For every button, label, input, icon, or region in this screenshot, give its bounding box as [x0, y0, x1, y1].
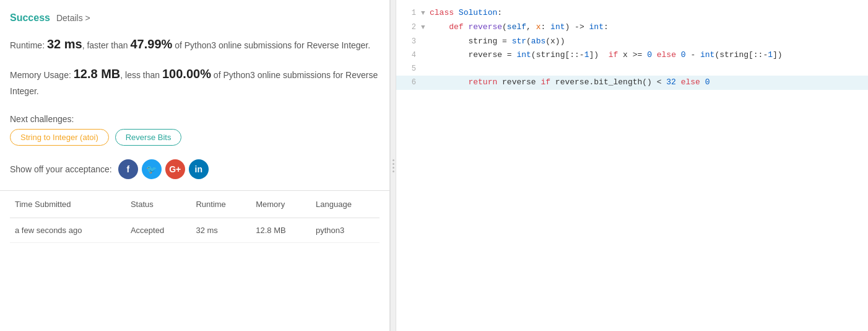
runtime-stat-section: Runtime: 32 ms, faster than 47.99% of Py… — [10, 33, 380, 55]
cell-runtime: 32 ms — [191, 218, 251, 242]
cell-language: python3 — [311, 218, 380, 242]
table-row: a few seconds ago Accepted 32 ms 12.8 MB… — [10, 218, 380, 242]
runtime-middle: , faster than — [82, 40, 131, 50]
runtime-pct: 47.99% — [130, 37, 172, 51]
code-content: return reverse if reverse.bit_length() <… — [430, 76, 868, 89]
line-arrow: ▼ — [421, 22, 430, 33]
runtime-prefix: Runtime: — [10, 40, 47, 50]
success-label: Success — [10, 12, 50, 24]
code-line: 2 ▼ def reverse(self, x: int) -> int: — [396, 20, 868, 35]
code-content: def reverse(self, x: int) -> int: — [430, 21, 868, 34]
challenge-btn-atoi[interactable]: String to Integer (atoi) — [10, 129, 109, 146]
code-line: 5 — [396, 63, 868, 76]
line-number: 4 — [396, 50, 421, 61]
cell-status[interactable]: Accepted — [126, 218, 191, 242]
code-area: 1 ▼ class Solution: 2 ▼ def reverse(self… — [396, 0, 868, 96]
twitter-icon[interactable]: 🐦 — [142, 159, 162, 179]
line-number: 6 — [396, 77, 421, 89]
splitter-dot-4 — [393, 170, 394, 172]
next-challenges-label: Next challenges: — [10, 114, 380, 124]
runtime-suffix: of Python3 online submissions for Revers… — [172, 40, 370, 50]
next-challenges-section: Next challenges: String to Integer (atoi… — [10, 114, 380, 146]
left-panel: Success Details > Runtime: 32 ms, faster… — [0, 0, 390, 331]
line-number: 5 — [396, 63, 421, 75]
right-panel: 1 ▼ class Solution: 2 ▼ def reverse(self… — [396, 0, 868, 331]
code-line: 3 string = str(abs(x)) — [396, 35, 868, 49]
line-number: 3 — [396, 36, 421, 48]
code-content: string = str(abs(x)) — [430, 35, 868, 48]
memory-middle: , less than — [120, 70, 162, 80]
cell-memory: 12.8 MB — [251, 218, 311, 242]
runtime-stat-line: Runtime: 32 ms, faster than 47.99% of Py… — [10, 33, 380, 55]
runtime-value: 32 ms — [47, 37, 82, 51]
social-icons: f 🐦 G+ in — [118, 159, 209, 179]
col-status: Status — [126, 191, 191, 218]
memory-stat-section: Memory Usage: 12.8 MB, less than 100.00%… — [10, 63, 380, 99]
facebook-icon[interactable]: f — [118, 159, 138, 179]
col-memory: Memory — [251, 191, 311, 218]
challenge-btn-reverse-bits[interactable]: Reverse Bits — [115, 129, 182, 146]
col-language: Language — [311, 191, 380, 218]
code-content: reverse = int(string[::-1]) if x >= 0 el… — [430, 49, 868, 62]
code-line: 6 return reverse if reverse.bit_length()… — [396, 76, 868, 90]
cell-time: a few seconds ago — [10, 218, 126, 242]
splitter-dot-3 — [393, 167, 394, 169]
header-row: Success Details > — [10, 12, 380, 24]
code-content: class Solution: — [430, 7, 868, 20]
col-time-submitted: Time Submitted — [10, 191, 126, 218]
line-number: 1 — [396, 7, 421, 19]
memory-prefix: Memory Usage: — [10, 70, 74, 80]
line-arrow: ▼ — [421, 8, 430, 19]
details-link[interactable]: Details > — [56, 13, 90, 23]
memory-stat-line: Memory Usage: 12.8 MB, less than 100.00%… — [10, 63, 380, 99]
social-row: Show off your acceptance: f 🐦 G+ in — [10, 159, 380, 179]
submission-table: Time Submitted Status Runtime Memory Lan… — [10, 191, 380, 243]
memory-value: 12.8 MB — [74, 67, 121, 81]
splitter — [390, 0, 396, 331]
linkedin-icon[interactable]: in — [189, 159, 209, 179]
splitter-dot-2 — [393, 163, 394, 165]
table-header-row: Time Submitted Status Runtime Memory Lan… — [10, 191, 380, 218]
google-plus-icon[interactable]: G+ — [165, 159, 185, 179]
code-line: 1 ▼ class Solution: — [396, 6, 868, 20]
col-runtime: Runtime — [191, 191, 251, 218]
line-number: 2 — [396, 22, 421, 33]
social-label: Show off your acceptance: — [10, 164, 112, 174]
memory-pct: 100.00% — [162, 67, 211, 81]
code-line: 4 reverse = int(string[::-1]) if x >= 0 … — [396, 48, 868, 63]
challenge-buttons: String to Integer (atoi) Reverse Bits — [10, 129, 380, 146]
splitter-dot-1 — [393, 159, 394, 161]
